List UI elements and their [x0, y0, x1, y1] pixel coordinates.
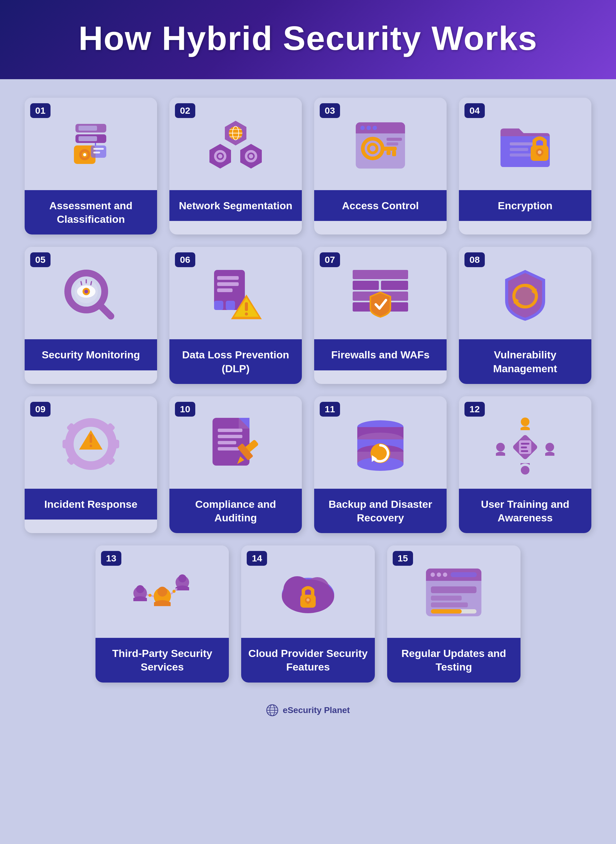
card-access: 03 [314, 98, 447, 235]
svg-rect-131 [426, 577, 481, 581]
updates-icon [420, 562, 488, 624]
card-label-1: Assessment and Classification [25, 190, 157, 235]
svg-rect-87 [218, 435, 242, 438]
svg-point-28 [367, 126, 371, 130]
card-incident: 09 [25, 396, 157, 533]
svg-point-119 [148, 594, 151, 597]
svg-point-114 [136, 585, 144, 593]
card-label-10: Compliance and Auditing [169, 489, 302, 533]
row-1: 01 [25, 98, 591, 235]
cloud-icon [274, 562, 342, 624]
card-number-14: 14 [247, 551, 267, 566]
card-label-5: Security Monitoring [25, 339, 157, 370]
card-label-2: Network Segmentation [169, 190, 302, 221]
svg-point-128 [307, 599, 309, 602]
backup-icon [346, 413, 414, 475]
card-icon-area-14: 14 [241, 545, 374, 638]
card-icon-area-15: 15 [387, 545, 521, 638]
card-label-6: Data Loss Prevention (DLP) [169, 339, 302, 384]
svg-rect-35 [387, 138, 402, 141]
row-4: 13 [95, 545, 521, 682]
card-number-7: 07 [320, 252, 340, 267]
monitoring-icon [57, 264, 125, 325]
card-number-12: 12 [465, 402, 485, 417]
svg-point-23 [249, 154, 253, 159]
card-number-5: 05 [30, 252, 50, 267]
card-icon-area-4: 04 [459, 98, 591, 190]
svg-point-108 [546, 443, 554, 451]
svg-rect-65 [381, 281, 408, 290]
card-vulnerability: 08 Vulnerability Management [459, 247, 591, 384]
svg-rect-138 [431, 602, 468, 607]
svg-rect-10 [93, 148, 104, 150]
svg-rect-55 [217, 282, 239, 286]
card-label-15: Regular Updates and Testing [387, 638, 521, 682]
card-number-2: 02 [175, 103, 195, 118]
svg-rect-56 [217, 288, 233, 292]
incident-icon [57, 413, 125, 475]
card-number-1: 01 [30, 103, 50, 118]
svg-rect-74 [87, 419, 95, 426]
card-icon-area-7: 07 [314, 247, 447, 339]
svg-rect-32 [381, 147, 397, 151]
card-thirdparty: 13 [95, 545, 229, 682]
card-label-14: Cloud Provider Security Features [241, 638, 374, 682]
svg-rect-86 [218, 429, 242, 432]
svg-rect-61 [245, 302, 248, 311]
svg-point-84 [89, 445, 92, 447]
card-label-13: Third-Party Security Services [95, 638, 229, 682]
svg-rect-106 [521, 450, 528, 452]
svg-rect-2 [79, 126, 97, 131]
card-icon-area-12: 12 [459, 396, 591, 489]
svg-rect-37 [510, 142, 534, 145]
footer: eSecurity Planet [25, 695, 591, 726]
compliance-icon [202, 413, 270, 475]
svg-point-120 [173, 590, 176, 593]
card-label-3: Access Control [314, 190, 447, 221]
svg-rect-88 [218, 441, 236, 444]
svg-rect-136 [431, 586, 477, 593]
svg-point-109 [496, 443, 505, 451]
card-icon-area-10: 10 [169, 396, 302, 489]
svg-rect-105 [521, 446, 527, 448]
svg-rect-63 [353, 270, 408, 279]
svg-point-110 [521, 466, 529, 474]
card-icon-area-13: 13 [95, 545, 229, 638]
svg-rect-76 [63, 440, 70, 448]
card-icon-area-1: 01 [25, 98, 157, 190]
card-label-11: Backup and Disaster Recovery [314, 489, 447, 533]
card-number-8: 08 [465, 252, 485, 267]
card-icon-area-6: 06 [169, 247, 302, 339]
svg-rect-64 [353, 281, 379, 290]
card-updates: 15 [387, 545, 521, 682]
svg-rect-83 [89, 434, 92, 443]
thirdparty-icon [128, 562, 196, 624]
access-icon [346, 114, 414, 176]
svg-rect-140 [431, 609, 462, 614]
svg-rect-11 [93, 151, 100, 153]
svg-point-107 [521, 418, 529, 426]
card-encryption: 04 Encryption [459, 98, 591, 235]
card-training: 12 [459, 396, 591, 533]
card-icon-area-3: 03 [314, 98, 447, 190]
svg-rect-34 [387, 151, 390, 155]
card-label-4: Encryption [459, 190, 591, 221]
firewall-icon [346, 264, 414, 325]
card-number-11: 11 [320, 402, 340, 417]
svg-point-133 [437, 572, 441, 577]
svg-point-116 [178, 574, 186, 583]
svg-line-51 [91, 282, 91, 285]
card-label-7: Firewalls and WAFs [314, 339, 447, 370]
brand-name: eSecurity Planet [283, 705, 350, 715]
svg-line-52 [100, 305, 111, 316]
dlp-icon [202, 264, 270, 325]
card-number-4: 04 [465, 103, 485, 118]
card-number-9: 09 [30, 402, 50, 417]
svg-point-48 [84, 290, 88, 294]
card-label-9: Incident Response [25, 489, 157, 520]
svg-rect-36 [387, 142, 398, 145]
network-icon [202, 114, 270, 176]
card-label-8: Vulnerability Management [459, 339, 591, 384]
brand-icon [266, 704, 279, 716]
svg-point-43 [538, 150, 541, 154]
